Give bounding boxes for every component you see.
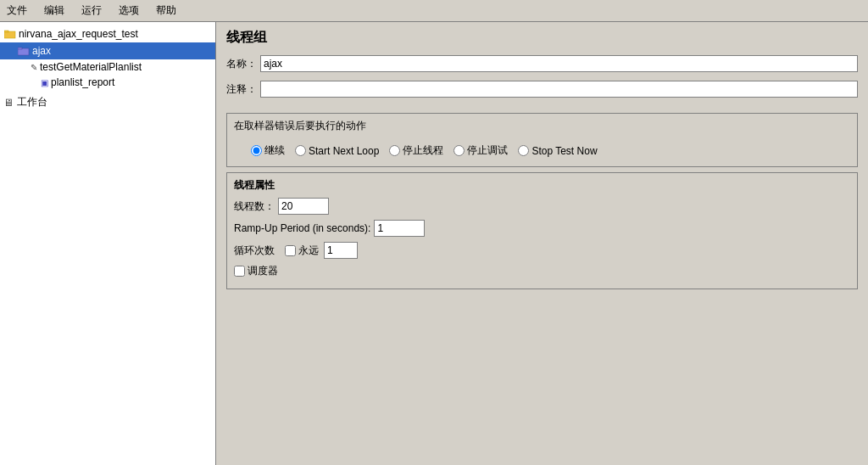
radio-continue-input[interactable] <box>251 145 262 156</box>
menu-bar: 文件 编辑 运行 选项 帮助 <box>0 0 868 22</box>
thread-count-row: 线程数： <box>234 198 850 215</box>
radio-stop-test-label: Stop Test Now <box>531 145 597 157</box>
name-section: 名称： 注释： <box>216 50 868 108</box>
radio-row: 继续 Start Next Loop 停止线程 停止调试 Stop Test N… <box>234 140 850 161</box>
error-section-title: 在取样器错误后要执行的动作 <box>234 119 850 133</box>
radio-stop-thread-label: 停止线程 <box>403 143 443 158</box>
tree-label-testget: testGetMaterialPlanlist <box>40 61 142 73</box>
tree-item-ajax[interactable]: ajax <box>0 42 215 59</box>
menu-file[interactable]: 文件 <box>3 2 31 20</box>
tree-item-nirvana[interactable]: nirvana_ajax_request_test <box>0 25 215 42</box>
radio-continue-label: 继续 <box>264 143 285 158</box>
forever-checkbox-label[interactable]: 永远 <box>285 244 319 258</box>
sidebar: nirvana_ajax_request_test ajax ✎ testGet… <box>0 22 216 465</box>
menu-edit[interactable]: 编辑 <box>41 2 68 20</box>
pencil-icon: ✎ <box>31 63 37 72</box>
radio-start-next[interactable]: Start Next Loop <box>295 145 379 157</box>
radio-stop-debug-label: 停止调试 <box>467 143 508 158</box>
radio-stop-test[interactable]: Stop Test Now <box>518 145 597 157</box>
comment-input[interactable] <box>260 81 858 98</box>
radio-stop-thread-input[interactable] <box>389 145 400 156</box>
page-icon: ▣ <box>41 78 48 87</box>
forever-label: 永远 <box>298 244 319 258</box>
panel-title: 线程组 <box>216 22 868 50</box>
svg-rect-1 <box>4 31 8 32</box>
loop-count-row: 循环次数 永远 <box>234 242 850 259</box>
radio-continue[interactable]: 继续 <box>251 143 285 158</box>
props-title: 线程属性 <box>234 178 850 193</box>
radio-start-next-label: Start Next Loop <box>309 145 379 157</box>
menu-run[interactable]: 运行 <box>78 2 105 20</box>
scheduler-checkbox[interactable] <box>234 266 245 277</box>
comment-label: 注释： <box>226 82 257 97</box>
content-area: 线程组 名称： 注释： 在取样器错误后要执行的动作 继续 <box>216 22 868 465</box>
loop-count-label: 循环次数 <box>234 244 275 258</box>
thread-count-label: 线程数： <box>234 199 275 214</box>
tree-label-planlist: planlist_report <box>51 76 114 88</box>
ramp-up-row: Ramp-Up Period (in seconds): <box>234 220 850 237</box>
props-section: 线程属性 线程数： Ramp-Up Period (in seconds): 循… <box>226 172 858 289</box>
forever-checkbox[interactable] <box>285 245 296 256</box>
error-section: 在取样器错误后要执行的动作 继续 Start Next Loop 停止线程 停止… <box>226 113 858 167</box>
radio-stop-debug-input[interactable] <box>453 145 465 156</box>
scheduler-row: 调度器 <box>234 264 850 278</box>
radio-stop-test-input[interactable] <box>518 145 529 156</box>
ramp-up-input[interactable] <box>374 220 425 237</box>
folder-blue-icon <box>17 44 31 58</box>
main-layout: nirvana_ajax_request_test ajax ✎ testGet… <box>0 22 868 465</box>
tree-label-nirvana: nirvana_ajax_request_test <box>19 28 138 40</box>
scheduler-checkbox-label[interactable]: 调度器 <box>234 264 278 278</box>
tree-label-ajax: ajax <box>32 45 51 57</box>
name-input[interactable] <box>260 55 858 72</box>
workbench-label: 工作台 <box>17 95 47 109</box>
radio-stop-thread[interactable]: 停止线程 <box>389 143 443 158</box>
tree-item-testget[interactable]: ✎ testGetMaterialPlanlist <box>0 59 215 75</box>
scheduler-label: 调度器 <box>248 264 278 278</box>
svg-rect-3 <box>18 48 22 49</box>
loop-count-input[interactable] <box>324 242 358 259</box>
ramp-up-label: Ramp-Up Period (in seconds): <box>234 222 370 234</box>
workbench-item[interactable]: 🖥 工作台 <box>0 93 215 111</box>
name-row: 名称： <box>226 53 858 74</box>
comment-row: 注释： <box>226 79 858 99</box>
thread-count-input[interactable] <box>278 198 329 215</box>
menu-options[interactable]: 选项 <box>115 2 142 20</box>
radio-start-next-input[interactable] <box>295 145 306 156</box>
menu-help[interactable]: 帮助 <box>153 2 180 20</box>
radio-stop-debug[interactable]: 停止调试 <box>453 143 508 158</box>
name-label: 名称： <box>226 57 257 71</box>
tree-item-planlist[interactable]: ▣ planlist_report <box>0 75 215 90</box>
folder-icon <box>3 27 17 41</box>
monitor-icon: 🖥 <box>3 97 14 109</box>
